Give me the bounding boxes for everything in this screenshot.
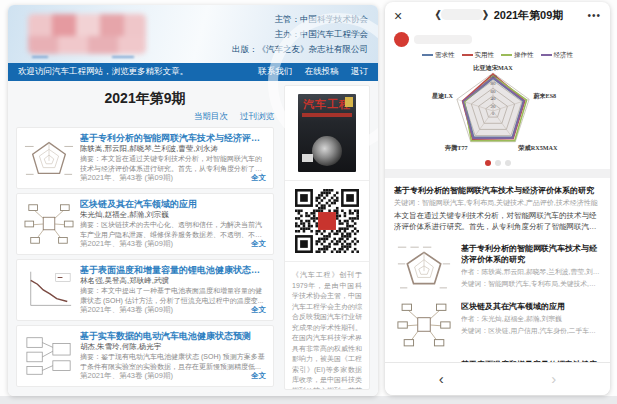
publisher-row [385,29,610,49]
list-item-title: 区块链及其在汽车领域的应用 [461,301,601,312]
archive-browse-link[interactable]: 过刊浏览 [240,111,274,121]
article-abstract: 摘要：本文旨在通过关键专利技术分析，对智能网联汽车的技术与经济评价体系进行研究。… [80,154,266,173]
legend-label: 需求性 [435,51,455,60]
window-bottom-edge [0,396,617,404]
article-authors: 朱光灿,赵福全,郝瀚,刘宗巍 [80,210,266,220]
forward-chevron-icon[interactable]: › [498,364,611,394]
network-diagram-thumbnail [24,199,74,249]
site-logo-redacted [28,14,146,54]
supervisor-line: 主管：中国科学技术协会 [232,12,368,27]
article-issue-info: 第2021年、第43卷 (第09期) [80,239,173,249]
article-card[interactable]: 基于表面温度和增量容量的锂电池健康状态估计 林名强,吴登高,郑耿峰,武骥 摘要：… [16,259,274,321]
article-abstract: 摘要：本文中提出了一种基于电池表面温度和增量容量的健康状态 (SOH) 估计方法… [80,286,266,305]
legend-label: 操作性 [514,51,534,60]
cover-red-band [302,113,352,117]
svg-text:100: 100 [489,74,497,79]
logo-underline [32,56,48,58]
list-item-authors: 作者：陈轶嵩,邢云阳,郝晓琴,兰利波,曹莹,刘永涛 [461,267,601,277]
legend-line-icon [422,54,433,56]
organizer-line: 主办：中国汽车工程学会 [232,27,368,42]
article-issue-info: 第2021年、第43卷 (第09期) [80,305,173,315]
title-redacted [441,9,483,20]
radar-chart-thumbnail [394,243,454,291]
line-chart-thumbnail [24,265,74,315]
legend-item: 经济性 [541,51,574,60]
legend-label: 经济性 [554,51,574,60]
page-nav-bar: ‹ › [385,362,610,395]
journal-website-window: 主管：中国科学技术协会 主办：中国汽车工程学会 出版：《汽车之友》杂志社有限公司… [8,5,378,396]
phone-titlebar: × 《》2021年第09期 ••• [385,2,610,29]
legend-label: 实用性 [475,51,495,60]
schematic-thumbnail [24,331,74,381]
legend-item: 操作性 [501,51,534,60]
list-item-authors: 作者：朱光灿,赵福全,郝瀚,刘宗巍 [461,314,601,324]
car-wheel-image [312,136,342,166]
carousel-dots [385,156,610,169]
list-item-keywords: 关键词：智能网联汽车,专利布局,关键技术,产品评... [461,279,601,289]
article-title-link[interactable]: 基于专利分析的智能网联汽车技术与经济评价体系的研究 [80,133,266,144]
fulltext-link[interactable]: 全文 [251,173,266,183]
article-card[interactable]: 基于实车数据的电动汽车电池健康状态预测 胡杰,朱雪玲,何陈,杨光宇 摘要：鉴于现… [16,325,274,387]
article-card[interactable]: 区块链及其在汽车领域的应用 朱光灿,赵福全,郝瀚,刘宗巍 摘要：区块链技术的去中… [16,193,274,255]
article-issue-info: 第2021年、第43卷 (第09期) [80,371,173,381]
fulltext-link[interactable]: 全文 [251,371,266,381]
article-authors: 陈轶嵩,邢云阳,郝晓琴,兰利波,曹莹,刘永涛 [80,144,266,154]
article-title-link[interactable]: 基于实车数据的电动汽车电池健康状态预测 [80,331,266,342]
svg-text:40: 40 [491,96,497,101]
title-prefix: 《 [430,9,441,21]
article-abstract: 摘要：区块链技术的去中心化、透明和信任，为解决当前汽车产业用户隐私泄露、维修保养… [80,220,266,239]
legend-line-icon [462,54,473,56]
article-list-column: 2021年第9期 当期目次 过刊浏览 [16,85,274,390]
featured-article-keywords: 关键词：智能网联汽车,专利布局,关键技术,产品评价,技术经济性能 [394,197,601,208]
featured-article-abstract: 本文旨在通过关键专利技术分析，对智能网联汽车的技术与经济评价体系进行研究。首先，… [394,210,601,232]
article-title-link[interactable]: 基于表面温度和增量容量的锂电池健康状态估计 [80,265,266,276]
radar-chart-thumbnail [24,133,74,183]
legend-item: 需求性 [422,51,455,60]
legend-line-icon [501,54,512,56]
article-title-link[interactable]: 区块链及其在汽车领域的应用 [80,199,266,210]
carousel-dot[interactable] [495,160,501,166]
publisher-avatar[interactable] [394,32,409,47]
legend-line-icon [541,54,552,56]
page-content: 2021年第9期 当期目次 过刊浏览 [8,81,378,396]
network-diagram-thumbnail [394,301,454,349]
publisher-name-redacted [414,35,472,44]
fulltext-link[interactable]: 全文 [251,239,266,249]
publisher-line: 出版：《汽车之友》杂志社有限公司 [232,42,368,57]
list-item[interactable]: 基于专利分析的智能网联汽车技术与经济评价体系的研究 作者：陈轶嵩,邢云阳,郝晓琴… [385,237,610,295]
article-abstract: 摘要：鉴于现有电动汽车电池健康状态 (SOH) 预测方案多基于条件有限实验室的实… [80,352,266,371]
divider [285,180,369,181]
article-authors: 胡杰,朱雪玲,何陈,杨光宇 [80,342,266,352]
related-article-list: 基于专利分析的智能网联汽车技术与经济评价体系的研究 作者：陈轶嵩,邢云阳,郝晓琴… [385,237,610,365]
journal-about-text: 《汽车工程》创刊于1979年，是由中国科学技术协会主管，中国汽车工程学会主办的综… [292,270,362,390]
chart-legend: 需求性 实用性 操作性 经济性 [385,49,610,61]
legend-item: 实用性 [462,51,495,60]
journal-cover[interactable]: 汽车工程 [298,94,356,172]
article-authors: 林名强,吴登高,郑耿峰,武骥 [80,276,266,286]
title-suffix: 》2021年第09期 [483,9,564,21]
svg-text:星途LX: 星途LX [431,92,454,99]
carousel-dot[interactable] [485,160,491,166]
article-issue-info: 第2021年、第43卷 (第09期) [80,173,173,183]
svg-text:20: 20 [491,104,497,109]
wechat-article-window: × 《》2021年第09期 ••• 需求性 实用性 操作性 经济性 100806… [385,2,610,395]
carousel-dot[interactable] [505,160,511,166]
svg-text:奔腾T77: 奔腾T77 [444,144,468,152]
publisher-info: 主管：中国科学技术协会 主办：中国汽车工程学会 出版：《汽车之友》杂志社有限公司 [232,12,368,57]
article-card[interactable]: 基于专利分析的智能网联汽车技术与经济评价体系的研究 陈轶嵩,邢云阳,郝晓琴,兰利… [16,127,274,189]
back-chevron-icon[interactable]: ‹ [385,364,498,394]
issue-links: 当期目次 过刊浏览 [16,111,274,123]
more-menu-icon[interactable]: ••• [581,10,601,21]
current-toc-link[interactable]: 当期目次 [194,111,228,121]
close-icon[interactable]: × [394,8,412,24]
list-item-title: 基于专利分析的智能网联汽车技术与经济评价体系的研究 [461,243,601,265]
svg-text:荣威RX5MAX: 荣威RX5MAX [517,144,558,151]
page-title: 《》2021年第09期 [412,8,581,23]
fulltext-link[interactable]: 全文 [251,305,266,315]
screenshot-canvas: 主管：中国科学技术协会 主办：中国汽车工程学会 出版：《汽车之友》杂志社有限公司… [0,0,617,404]
logo-underline [112,56,134,58]
cover-issue-tag [345,97,353,107]
featured-article[interactable]: 基于专利分析的智能网联汽车技术与经济评价体系的研究 关键词：智能网联汽车,专利布… [385,178,610,237]
list-item[interactable]: 区块链及其在汽车领域的应用 作者：朱光灿,赵福全,郝瀚,刘宗巍 关键词：区块链,… [385,295,610,353]
section-separator [385,169,610,178]
